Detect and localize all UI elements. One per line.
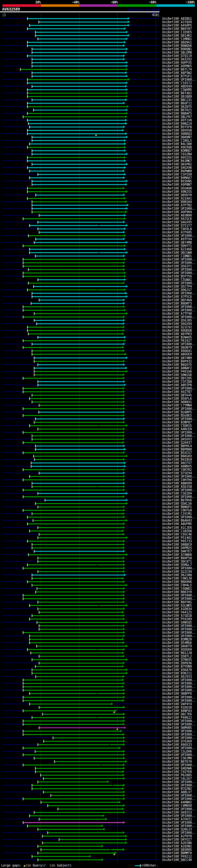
hit-row[interactable]: UniRef100_Q4DXW6	[0, 767, 197, 770]
hit-row[interactable]: UniRef100_B9RQN1	[0, 48, 197, 51]
hit-label[interactable]: UniRef100_A8P3W2	[162, 71, 192, 74]
hit-row[interactable]: UniRef100_B4JMK7	[0, 159, 197, 162]
hit-row[interactable]: UniRef100_B0XYW1	[0, 600, 197, 604]
hit-label[interactable]: UniRef100_UPI000..	[162, 305, 195, 309]
hit-row[interactable]: UniRef100_UPI000..	[0, 753, 197, 756]
hit-label[interactable]: UniRef100_UPI000..	[162, 261, 195, 265]
hit-label[interactable]: UniRef100_B6AH43	[162, 519, 192, 522]
hit-label[interactable]: UniRef100_Q5CTP4	[162, 285, 192, 288]
hit-label[interactable]: UniRef100_Q6Z8Y5	[162, 105, 192, 108]
hit-row[interactable]: UniRef100_A5DU69	[0, 648, 197, 651]
hit-label[interactable]: UniRef100_B8PB80	[162, 448, 192, 451]
hit-label[interactable]: UniRef100_B6K006	[162, 580, 192, 584]
hit-label[interactable]: UniRef100_Q7QI19	[162, 54, 192, 58]
hit-row[interactable]: UniRef100_A2IAA1	[0, 197, 197, 200]
hit-label[interactable]: UniRef100_A8WX09	[162, 482, 192, 485]
hit-row[interactable]: UniRef100_B2WAU5	[0, 336, 197, 339]
hit-label[interactable]: UniRef100_A0CFX7	[162, 461, 192, 465]
hit-row[interactable]: UniRef100_B4N224	[0, 122, 197, 125]
hit-label[interactable]: UniRef100_UPI000..	[162, 688, 195, 692]
hit-row[interactable]: UniRef100_A4RCE0	[0, 427, 197, 431]
hit-label[interactable]: UniRef100_A8NAF2	[162, 366, 192, 370]
hit-label[interactable]: UniRef100_UPI000..	[162, 315, 195, 319]
hit-row[interactable]: UniRef100_C5XS72	[0, 81, 197, 85]
hit-label[interactable]: UniRef100_A9ZTB7	[162, 390, 192, 394]
hit-label[interactable]: UniRef100_Q4PM25	[162, 546, 192, 550]
hit-row[interactable]: UniRef100_B3MBZ0	[0, 638, 197, 641]
hit-row[interactable]: UniRef100_A2I466	[0, 248, 197, 251]
hit-label[interactable]: UniRef100_A9NJS5	[162, 190, 192, 193]
hit-label[interactable]: UniRef100_C1BUL5	[162, 139, 192, 142]
hit-row[interactable]: UniRef100_Q4P4Y4	[0, 702, 197, 706]
hit-row[interactable]: UniRef100_UPI000..	[0, 746, 197, 750]
hit-label[interactable]: UniRef100_C0H7R2	[162, 468, 192, 471]
hit-label[interactable]: UniRef100_A8UGE9	[162, 352, 192, 356]
hit-label[interactable]: UniRef100_A7F605	[162, 230, 192, 234]
hit-label[interactable]: UniRef100_A1CJE6	[162, 526, 192, 529]
hit-row[interactable]: UniRef100_UPI000..	[0, 695, 197, 699]
hit-label[interactable]: UniRef100_Q9W1U6	[162, 373, 192, 377]
hit-label[interactable]: UniRef100_C6SZN4	[162, 152, 192, 156]
hit-row[interactable]: UniRef100_UPI000..	[0, 281, 197, 285]
hit-row[interactable]: UniRef100_Q7SE94	[0, 471, 197, 475]
hit-label[interactable]: UniRef100_Q90YT1	[162, 244, 192, 248]
hit-label[interactable]: UniRef100_Q4GX95	[162, 220, 192, 224]
hit-label[interactable]: UniRef100_A1DU28	[162, 706, 192, 709]
hit-label[interactable]: UniRef100_B3NP87	[162, 421, 192, 424]
hit-label[interactable]: UniRef100_UPI000..	[162, 309, 195, 312]
hit-row[interactable]: UniRef100_B5FY56	[0, 275, 197, 278]
hit-label[interactable]: UniRef100_Q56FL6	[162, 397, 192, 400]
hit-label[interactable]: UniRef100_Q8T645	[162, 394, 192, 397]
hit-label[interactable]: UniRef100_UPI000..	[162, 594, 195, 597]
hit-label[interactable]: UniRef100_Q5MGL7	[162, 563, 192, 566]
hit-row[interactable]: UniRef100_UPI000..	[0, 234, 197, 238]
hit-label[interactable]: UniRef100_C1BND1	[162, 254, 192, 258]
hit-label[interactable]: UniRef100_Q0V6Y0	[162, 193, 192, 197]
hit-label[interactable]: UniRef100_A9J5V3	[162, 675, 192, 678]
hit-label[interactable]: UniRef100_P62885	[162, 773, 192, 777]
hit-row[interactable]: UniRef100_UPI000..	[0, 78, 197, 81]
hit-row[interactable]: UniRef100_UPI000..	[0, 685, 197, 688]
hit-label[interactable]: UniRef100_A2DIN6	[162, 841, 192, 845]
hit-row[interactable]: UniRef100_UPI000..	[0, 784, 197, 787]
hit-row[interactable]: UniRef100_A9U3Q8	[0, 146, 197, 149]
hit-label[interactable]: UniRef100_Q874N9	[162, 356, 192, 360]
hit-row[interactable]: UniRef100_C6LSG7	[0, 777, 197, 780]
hit-row[interactable]: UniRef100_A1DU28	[0, 706, 197, 709]
hit-label[interactable]: UniRef100_Q54MG6	[162, 641, 192, 645]
hit-row[interactable]: UniRef100_A2F8Y8	[0, 834, 197, 838]
hit-row[interactable]: UniRef100_B7FGF1	[0, 74, 197, 78]
hit-label[interactable]: UniRef100_Q4GX94	[162, 322, 192, 326]
hit-row[interactable]: UniRef100_P49212	[0, 855, 197, 858]
hit-label[interactable]: UniRef100_B3MBZ0	[162, 638, 192, 641]
hit-row[interactable]: UniRef100_UPI000..	[0, 634, 197, 638]
hit-label[interactable]: UniRef100_B9RQN1	[162, 48, 192, 51]
hit-label[interactable]: UniRef100_UPI000..	[162, 685, 195, 688]
hit-label[interactable]: UniRef100_Q4UDT9	[162, 645, 192, 648]
hit-label[interactable]: UniRef100_Q6F468	[162, 298, 192, 302]
hit-row[interactable]: UniRef100_Q0V6Y0	[0, 193, 197, 197]
hit-row[interactable]: UniRef100_A9NJS5	[0, 190, 197, 193]
hit-label[interactable]: UniRef100_UPI000..	[162, 730, 195, 733]
hit-label[interactable]: UniRef100_B4L5B0	[162, 142, 192, 146]
hit-label[interactable]: UniRef100_Q4DXW6	[162, 767, 192, 770]
hit-label[interactable]: UniRef100_C5GNA1	[162, 278, 192, 281]
hit-label[interactable]: UniRef100_UPI000..	[162, 387, 195, 390]
hit-row[interactable]: UniRef100_Q22C92	[0, 326, 197, 329]
hit-row[interactable]: UniRef100_A9SIS5	[0, 156, 197, 159]
hit-label[interactable]: UniRef100_Q5KL56	[162, 502, 192, 505]
hit-label[interactable]: UniRef100_B9RS60	[162, 200, 192, 204]
hit-label[interactable]: UniRef100_UPI000..	[162, 631, 195, 634]
hit-label[interactable]: UniRef100_A9PFX5	[162, 61, 192, 64]
hit-label[interactable]: UniRef100_C5KJM0	[162, 756, 192, 760]
hit-label[interactable]: UniRef100_UPI000..	[162, 695, 195, 699]
hit-label[interactable]: UniRef100_A9QQ41	[162, 349, 192, 352]
hit-label[interactable]: UniRef100_A1YQX9	[162, 20, 192, 24]
hit-label[interactable]: UniRef100_Q7SE94	[162, 471, 192, 475]
hit-label[interactable]: UniRef100_C6LSG7	[162, 777, 192, 780]
hit-label[interactable]: UniRef100_P49166	[162, 370, 192, 373]
hit-row[interactable]: UniRef100_C5DZ04	[0, 492, 197, 495]
hit-row[interactable]: UniRef100_UPI000..	[0, 733, 197, 736]
hit-row[interactable]: UniRef100_A2QXN2	[0, 845, 197, 848]
hit-label[interactable]: UniRef100_UPI000..	[162, 207, 195, 210]
